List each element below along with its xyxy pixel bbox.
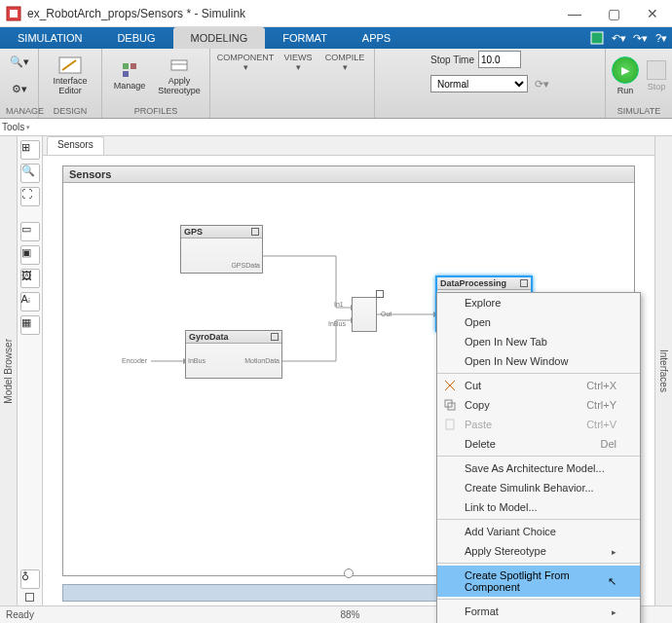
redo-icon[interactable]: ↷▾ — [629, 27, 651, 49]
tab-format[interactable]: FORMAT — [265, 27, 345, 49]
svg-rect-8 — [171, 60, 187, 70]
group-simulate: SIMULATE — [612, 106, 666, 118]
block-gyrodata[interactable]: GyroData InBus MotionData — [185, 330, 282, 379]
menu-create-simulink[interactable]: Create Simulink Behavior... — [437, 478, 640, 497]
run-button[interactable]: ▶ — [612, 56, 639, 84]
save-icon[interactable] — [586, 27, 608, 49]
tab-apps[interactable]: APPS — [345, 27, 408, 49]
main-tabs: SIMULATION DEBUG MODELING FORMAT APPS ↶▾… — [0, 27, 672, 49]
group-profiles: PROFILES — [108, 106, 204, 118]
stoptime-input[interactable] — [478, 51, 521, 68]
manage-button[interactable]: Manage — [108, 51, 151, 101]
model-browser-panel[interactable]: Model Browser — [0, 136, 18, 605]
toolstrip: 🔍▾ ⚙▾ MANAGE Interface Editor DESIGN Man… — [0, 49, 672, 119]
interface-editor-button[interactable]: Interface Editor — [45, 51, 95, 101]
cursor-icon: ↖ — [608, 575, 616, 588]
compile-dropdown[interactable]: COMPILE▾ — [321, 51, 368, 72]
menu-delete[interactable]: DeleteDel — [437, 434, 640, 454]
svg-rect-5 — [123, 63, 129, 69]
tab-sensors[interactable]: Sensors — [47, 136, 104, 155]
minimize-button[interactable]: — — [555, 0, 594, 27]
block-gps[interactable]: GPS GPSData — [180, 225, 263, 274]
menu-link-model[interactable]: Link to Model... — [437, 497, 640, 517]
frame-title: Sensors — [63, 166, 634, 183]
profile-icon — [121, 61, 138, 79]
palette-annotate-icon[interactable]: ▭ — [20, 222, 40, 241]
help-icon[interactable]: ?▾ — [651, 27, 672, 49]
svg-rect-16 — [446, 420, 454, 429]
block-badge-icon — [271, 333, 279, 341]
stoptime-label: Stop Time — [430, 55, 474, 65]
menu-create-spotlight[interactable]: Create Spotlight From Component↖ — [437, 566, 640, 597]
title-bar: ex_RobotArch_props/Sensors * - Simulink … — [0, 0, 672, 27]
menu-cut[interactable]: CutCtrl+X — [437, 376, 640, 395]
paste-icon — [443, 418, 457, 431]
apply-stereotype-button[interactable]: Apply Stereotype — [155, 51, 204, 101]
gear-icon[interactable]: ⚙▾ — [9, 78, 30, 99]
group-manage: MANAGE — [6, 106, 32, 118]
menu-apply-stereotype[interactable]: Apply Stereotype — [437, 541, 640, 561]
maximize-button[interactable]: ▢ — [594, 0, 633, 27]
menu-format[interactable]: Format — [437, 602, 640, 621]
app-icon — [6, 6, 21, 21]
svg-rect-6 — [131, 63, 136, 69]
palette-hierarchy-icon[interactable]: ♁ — [20, 569, 40, 589]
block-badge-icon — [251, 228, 259, 236]
palette-viewmark-icon[interactable]: ▦ — [20, 315, 40, 335]
sim-mode-select[interactable]: Normal — [430, 75, 528, 92]
block-badge-icon — [376, 290, 384, 298]
palette-image-icon[interactable]: 🖼 — [20, 269, 40, 288]
tab-modeling[interactable]: MODELING — [173, 27, 266, 49]
palette-area-icon[interactable]: ▣ — [20, 245, 40, 265]
copy-icon — [443, 398, 457, 412]
status-zoom: 88% — [340, 609, 359, 620]
menu-open[interactable]: Open — [437, 312, 640, 332]
menu-save-arch[interactable]: Save As Architecture Model... — [437, 458, 640, 478]
menu-explore[interactable]: Explore — [437, 293, 640, 312]
block-mux[interactable] — [352, 297, 377, 332]
window-title: ex_RobotArch_props/Sensors * - Simulink — [27, 7, 555, 20]
group-design: DESIGN — [45, 106, 95, 118]
search-icon[interactable]: 🔍▾ — [9, 51, 30, 72]
stop-button[interactable] — [647, 60, 666, 80]
palette-comment-icon[interactable]: Aᵢ — [20, 292, 40, 312]
block-badge-icon — [520, 279, 528, 287]
svg-rect-1 — [10, 10, 18, 18]
canvas-tabs: Sensors — [43, 136, 654, 156]
tab-simulation[interactable]: SIMULATION — [0, 27, 99, 49]
status-ready: Ready — [6, 609, 34, 620]
context-menu: Explore Open Open In New Tab Open In New… — [436, 292, 641, 623]
stereotype-icon — [170, 56, 188, 74]
palette-fit-icon[interactable]: ⛶ — [20, 187, 40, 206]
nav-handle-icon[interactable] — [344, 568, 354, 578]
palette-zoom-icon[interactable]: 🔍 — [20, 164, 40, 183]
tools-dropdown[interactable]: Tools — [0, 119, 672, 136]
fast-restart-icon[interactable]: ⟳▾ — [535, 78, 549, 90]
menu-add-variant[interactable]: Add Variant Choice — [437, 522, 640, 541]
encoder-label: Encoder — [122, 357, 147, 364]
menu-open-tab[interactable]: Open In New Tab — [437, 332, 640, 351]
palette-record-icon[interactable] — [25, 593, 34, 602]
component-dropdown[interactable]: COMPONENT▾ — [216, 51, 275, 72]
scissors-icon — [443, 379, 457, 392]
svg-rect-2 — [591, 32, 603, 44]
tab-debug[interactable]: DEBUG — [99, 27, 172, 49]
close-button[interactable]: ✕ — [633, 0, 672, 27]
interfaces-panel[interactable]: Interfaces — [654, 136, 672, 605]
pencil-icon — [58, 56, 82, 74]
menu-paste: PasteCtrl+V — [437, 415, 640, 434]
views-dropdown[interactable]: VIEWS▾ — [279, 51, 317, 72]
canvas-palette: ⊞ 🔍 ⛶ ▭ ▣ 🖼 Aᵢ ▦ ♁ — [18, 136, 43, 605]
menu-open-window[interactable]: Open In New Window — [437, 351, 640, 371]
undo-icon[interactable]: ↶▾ — [608, 27, 629, 49]
menu-copy[interactable]: CopyCtrl+Y — [437, 395, 640, 415]
svg-rect-7 — [123, 71, 129, 77]
palette-nav-icon[interactable]: ⊞ — [20, 140, 40, 160]
